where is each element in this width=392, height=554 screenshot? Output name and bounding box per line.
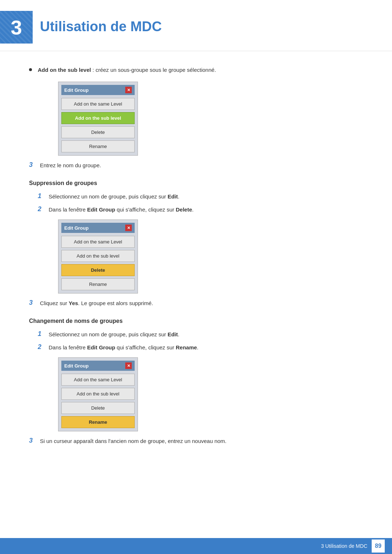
dialog1-btn-delete[interactable]: Delete <box>61 126 135 138</box>
rename-step-text-1: Sélectionnez un nom de groupe, puis cliq… <box>49 330 179 339</box>
section-suppression-heading: Suppression de groupes <box>29 180 363 186</box>
bullet-dot <box>29 68 32 71</box>
section-suppression-steps: 1 Sélectionnez un nom de groupe, puis cl… <box>29 192 363 214</box>
bullet-label: Add on the sub level <box>38 67 91 73</box>
suppression-step2-bold2: Delete <box>176 206 192 213</box>
step-click-yes-text: Cliquez sur Yes. Le groupe est alors sup… <box>40 299 153 308</box>
step-cursor-rename: 3 Si un curseur apparaît dans l'ancien n… <box>29 437 363 446</box>
dialog2-btn-delete[interactable]: Delete <box>61 264 135 276</box>
dialog3-btn-rename[interactable]: Rename <box>61 416 135 428</box>
section-rename-steps: 1 Sélectionnez un nom de groupe, puis cl… <box>29 330 363 352</box>
dialog1-titlebar: Edit Group ✕ <box>61 85 135 95</box>
content-area: Add on the sub level : créez un sous-gro… <box>0 51 392 479</box>
step-click-yes-number: 3 <box>29 299 40 307</box>
edit-group-dialog-2: Edit Group ✕ Add on the same Level Add o… <box>58 219 138 294</box>
dialog3-btn-same-level[interactable]: Add on the same Level <box>61 374 135 386</box>
rename-step1-bold: Edit <box>168 331 178 337</box>
dialog2-btn-sub-level[interactable]: Add on the sub level <box>61 250 135 262</box>
section-rename-heading: Changement de noms de groupes <box>29 318 363 324</box>
step-yes-tail: . Le groupe est alors supprimé. <box>78 300 153 306</box>
suppression-step-text-1: Sélectionnez un nom de groupe, puis cliq… <box>49 192 179 201</box>
bullet-text-sub-level: Add on the sub level : créez un sous-gro… <box>38 66 216 74</box>
dialog1-close-button[interactable]: ✕ <box>125 87 132 93</box>
step-yes-bold: Yes <box>69 300 78 306</box>
rename-step-1: 1 Sélectionnez un nom de groupe, puis cl… <box>38 330 363 339</box>
chapter-number: 3 <box>11 16 22 39</box>
step-click-yes: 3 Cliquez sur Yes. Le groupe est alors s… <box>29 299 363 308</box>
dialog1-title: Edit Group <box>64 87 89 93</box>
rename-step2-bold2: Rename <box>176 344 197 350</box>
dialog1-wrapper: Edit Group ✕ Add on the same Level Add o… <box>58 82 363 156</box>
dialog3-btn-sub-level[interactable]: Add on the sub level <box>61 388 135 400</box>
suppression-step-number-1: 1 <box>38 192 49 200</box>
dialog3-close-button[interactable]: ✕ <box>125 362 132 369</box>
dialog2-close-button[interactable]: ✕ <box>125 225 132 231</box>
step-cursor-text: Si un curseur apparaît dans l'ancien nom… <box>40 437 226 446</box>
dialog2-titlebar: Edit Group ✕ <box>61 223 135 233</box>
suppression-step-1: 1 Sélectionnez un nom de groupe, puis cl… <box>38 192 363 201</box>
dialog2-btn-rename[interactable]: Rename <box>61 278 135 290</box>
chapter-badge: 3 <box>0 11 33 44</box>
dialog3-title: Edit Group <box>64 363 89 369</box>
suppression-step-text-2: Dans la fenêtre Edit Group qui s'affiche… <box>49 205 193 214</box>
dialog1-btn-same-level[interactable]: Add on the same Level <box>61 98 135 110</box>
rename-step-text-2: Dans la fenêtre Edit Group qui s'affiche… <box>49 343 199 352</box>
step-number-1: 3 <box>29 161 40 169</box>
rename-step2-bold1: Edit Group <box>87 344 115 350</box>
page-header: 3 Utilisation de MDC <box>0 0 392 51</box>
suppression-step1-bold: Edit <box>168 193 178 200</box>
bullet-item-sub-level: Add on the sub level : créez un sous-gro… <box>29 66 363 74</box>
page-footer: 3 Utilisation de MDC 89 <box>0 538 392 554</box>
bullet-description: : créez un sous-groupe sous le groupe sé… <box>91 67 216 73</box>
suppression-step-number-2: 2 <box>38 205 49 213</box>
dialog1-btn-sub-level[interactable]: Add on the sub level <box>61 112 135 124</box>
edit-group-dialog-3: Edit Group ✕ Add on the same Level Add o… <box>58 357 138 431</box>
dialog3-titlebar: Edit Group ✕ <box>61 361 135 371</box>
chapter-title: Utilisation de MDC <box>40 11 162 34</box>
dialog2-title: Edit Group <box>64 225 89 231</box>
dialog3-wrapper: Edit Group ✕ Add on the same Level Add o… <box>58 357 363 431</box>
dialog2-wrapper: Edit Group ✕ Add on the same Level Add o… <box>58 219 363 294</box>
footer-page-number: 89 <box>372 539 385 553</box>
step-cursor-number: 3 <box>29 437 40 444</box>
step-text-enter-name: Entrez le nom du groupe. <box>40 161 101 170</box>
rename-step-number-1: 1 <box>38 330 49 338</box>
suppression-step2-bold1: Edit Group <box>87 206 115 213</box>
dialog1-btn-rename[interactable]: Rename <box>61 140 135 152</box>
edit-group-dialog-1: Edit Group ✕ Add on the same Level Add o… <box>58 82 138 156</box>
step-enter-name: 3 Entrez le nom du groupe. <box>29 161 363 170</box>
rename-step-number-2: 2 <box>38 343 49 351</box>
dialog2-btn-same-level[interactable]: Add on the same Level <box>61 236 135 248</box>
rename-step-2: 2 Dans la fenêtre Edit Group qui s'affic… <box>38 343 363 352</box>
footer-label: 3 Utilisation de MDC <box>321 543 367 549</box>
dialog3-btn-delete[interactable]: Delete <box>61 402 135 414</box>
suppression-step-2: 2 Dans la fenêtre Edit Group qui s'affic… <box>38 205 363 214</box>
